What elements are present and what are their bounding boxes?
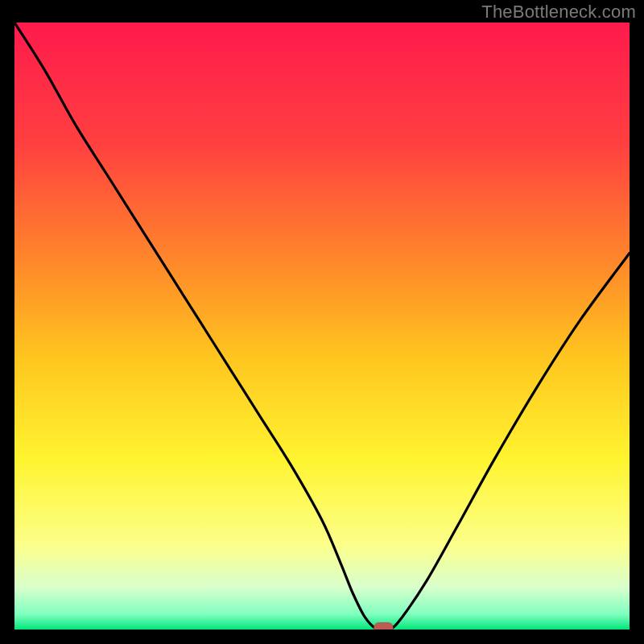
chart-frame: TheBottleneck.com (0, 0, 644, 644)
plot-area (14, 23, 630, 630)
gradient-background (14, 23, 630, 630)
watermark-text: TheBottleneck.com (481, 2, 636, 23)
optimal-marker (374, 622, 393, 630)
bottleneck-plot (14, 23, 630, 630)
